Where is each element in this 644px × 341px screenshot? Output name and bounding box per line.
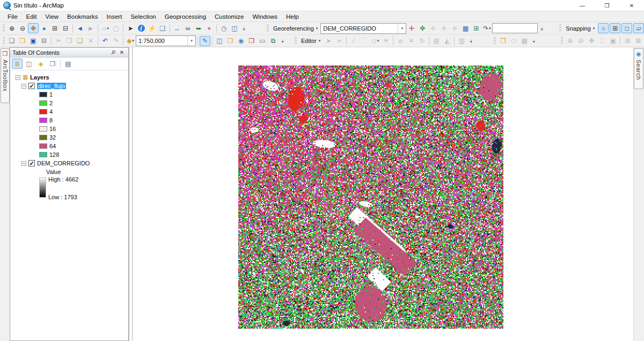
list-by-selection-icon[interactable]: ❒: [47, 59, 58, 69]
layer-label-direc_flujo[interactable]: direc_flujo: [37, 83, 66, 89]
layer-visibility-checkbox[interactable]: ✓: [28, 83, 35, 89]
print-icon[interactable]: ⊟: [39, 36, 49, 46]
select-link-icon[interactable]: ✜: [417, 23, 428, 33]
view-link-table-icon[interactable]: ▦: [460, 23, 471, 33]
map-scale-combo[interactable]: 1:750,000▾: [136, 35, 196, 46]
zoom-in-icon[interactable]: ⊕: [6, 23, 17, 33]
fixed-zoom-in-icon[interactable]: ⊞: [49, 23, 60, 33]
menu-selection[interactable]: Selection: [126, 12, 160, 21]
menu-bookmarks[interactable]: Bookmarks: [63, 12, 103, 21]
find-route-icon[interactable]: ➥: [193, 23, 204, 33]
map-canvas-area[interactable]: [133, 47, 633, 341]
toolbar-row-2: ❏❒▣⊟✂❐❏✕↶↷◆▾1:750,000▾✎◫❒◉❒▭⧉‥▾Editor▾➤➣…: [0, 34, 644, 47]
menu-view[interactable]: View: [41, 12, 63, 21]
point-snapping-icon[interactable]: ○: [598, 23, 609, 33]
hyperlink-icon[interactable]: ⚡: [147, 23, 157, 33]
collapse-expander[interactable]: −: [16, 75, 20, 80]
modelbuilder-icon[interactable]: ⧉: [268, 36, 279, 46]
paste-icon[interactable]: ❏: [75, 36, 85, 46]
new-map-icon[interactable]: ❏: [6, 36, 17, 46]
rotation-input[interactable]: [492, 23, 538, 33]
toolbar-grip[interactable]: [295, 37, 297, 45]
menu-edit[interactable]: Edit: [22, 12, 41, 21]
toolbar-grip[interactable]: [3, 24, 5, 32]
go-to-xy-icon[interactable]: ⌖: [204, 23, 215, 33]
toolbar-grip[interactable]: [3, 37, 5, 45]
rotate-icon[interactable]: ↷▾: [481, 23, 492, 33]
menu-customize[interactable]: Customize: [210, 12, 248, 21]
undo-icon[interactable]: ↶: [100, 36, 111, 46]
redo-icon: ↷: [113, 38, 119, 44]
pan-icon[interactable]: ✥: [28, 23, 39, 33]
menu-windows[interactable]: Windows: [248, 12, 282, 21]
cut-polygons-icon: ✕: [408, 38, 414, 44]
create-features-icon[interactable]: ❐: [497, 36, 508, 46]
vertex-snapping-icon[interactable]: □: [621, 23, 632, 33]
tools-overflow[interactable]: ‥▾: [241, 26, 247, 31]
transformation-icon[interactable]: ⊞: [471, 23, 481, 33]
viewer-window-icon[interactable]: ◫: [229, 23, 240, 33]
menu-file[interactable]: File: [3, 12, 22, 21]
menu-geoprocessing[interactable]: Geoprocessing: [160, 12, 210, 21]
catalog-window-icon[interactable]: ❒: [225, 36, 236, 46]
list-by-source-icon[interactable]: ◫: [24, 59, 34, 69]
go-back-extent-icon[interactable]: ◄: [75, 23, 85, 33]
add-control-points-icon[interactable]: ✛: [406, 23, 417, 33]
identify-icon[interactable]: i: [136, 23, 147, 33]
georeferencing-menu[interactable]: Georeferencing▾: [270, 24, 320, 33]
go-forward-extent-icon[interactable]: ►: [85, 23, 96, 33]
html-popup-icon[interactable]: ❑: [157, 23, 168, 33]
list-by-visibility-icon[interactable]: ◈: [35, 59, 46, 69]
add-data-icon[interactable]: ◆▾: [125, 36, 136, 46]
snapping-menu[interactable]: Snapping▾: [563, 24, 597, 33]
close-button[interactable]: ✕: [619, 0, 644, 11]
editor-toolbar-toggle-icon[interactable]: ✎: [200, 36, 210, 46]
pin-icon[interactable]: ⚲: [108, 47, 118, 57]
time-slider-icon[interactable]: ◷: [218, 23, 229, 33]
search-tab[interactable]: ◉ Search: [634, 48, 643, 89]
arctoolbox-window-icon[interactable]: ❒: [246, 36, 257, 46]
save-icon[interactable]: ▣: [28, 36, 39, 46]
editor-menu[interactable]: Editor▾: [298, 37, 323, 45]
flow-direction-raster[interactable]: [238, 66, 503, 329]
full-extent-icon[interactable]: ●: [39, 23, 49, 33]
fixed-zoom-out-icon[interactable]: ⊟: [60, 23, 71, 33]
measure-icon[interactable]: ↔: [172, 23, 182, 33]
open-icon[interactable]: ❒: [17, 36, 28, 46]
toolbar-grip[interactable]: [561, 37, 563, 45]
layer-visibility-checkbox[interactable]: ✓: [28, 160, 35, 166]
toolbar-grip[interactable]: [559, 24, 561, 32]
close-icon[interactable]: ✕: [118, 49, 126, 55]
minimize-button[interactable]: —: [570, 0, 595, 11]
combo-arrow-icon[interactable]: ▾: [187, 36, 195, 46]
georeferencing-layer-combo[interactable]: DEM_CORREGIDO▾: [320, 23, 406, 34]
python-window-icon[interactable]: ▭: [257, 36, 268, 46]
options-icon[interactable]: ▤: [63, 59, 74, 69]
list-by-drawing-order-icon[interactable]: ≣: [12, 59, 23, 69]
editor-overflow[interactable]: ‥▾: [468, 38, 474, 43]
collapse-expander[interactable]: −: [21, 84, 26, 89]
menu-help[interactable]: Help: [282, 12, 303, 21]
panel-splitter[interactable]: [129, 47, 133, 341]
zoom-out-icon[interactable]: ⊖: [17, 23, 28, 33]
layer-label-dem_corregido[interactable]: DEM_CORREGIDO: [37, 160, 90, 166]
toolbar-grip[interactable]: [494, 37, 496, 45]
select-elements-icon[interactable]: ➤: [125, 23, 136, 33]
toolbar-grip[interactable]: [267, 24, 269, 32]
end-snapping-icon[interactable]: ⊞: [610, 23, 620, 33]
create-features-overflow[interactable]: ‥▾: [531, 38, 537, 43]
collapse-expander[interactable]: −: [21, 161, 26, 166]
edge-snapping-icon[interactable]: ▱: [633, 23, 644, 33]
separator: [98, 24, 98, 33]
table-of-contents-window-icon[interactable]: ◫: [214, 36, 225, 46]
georeferencing-overflow[interactable]: ‥▾: [539, 26, 545, 31]
layers-group-label[interactable]: Layers: [30, 74, 49, 81]
straight-segment-icon: ∕: [348, 36, 359, 46]
arctoolbox-tab[interactable]: ❒ ArcToolbox: [1, 48, 10, 103]
search-window-icon[interactable]: ◉: [236, 36, 246, 46]
restore-button[interactable]: ❐: [595, 0, 619, 11]
combo-arrow-icon[interactable]: ▾: [398, 24, 406, 33]
standard-overflow[interactable]: ‥▾: [280, 38, 286, 43]
menu-insert[interactable]: Insert: [103, 12, 127, 21]
find-icon[interactable]: ∞: [182, 23, 193, 33]
